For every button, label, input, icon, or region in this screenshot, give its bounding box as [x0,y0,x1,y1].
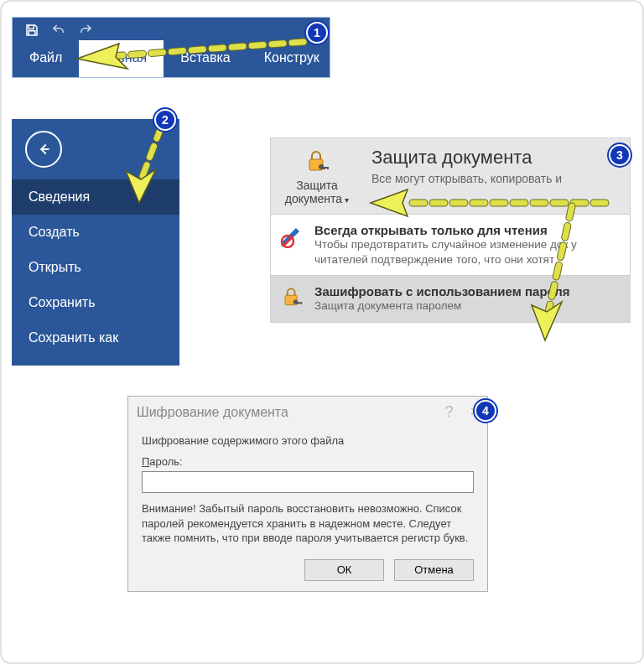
backstage-item-open[interactable]: Открыть [12,250,179,285]
backstage-item-save[interactable]: Сохранить [12,285,179,320]
backstage-item-new[interactable]: Создать [12,215,179,250]
protect-subtitle: Все могут открывать, копировать и [371,172,623,185]
lock-key-icon [303,147,331,175]
ok-button[interactable]: ОК [304,559,384,581]
step-badge-3: 3 [609,144,631,166]
password-input[interactable] [142,471,474,493]
dialog-title: Шифрование документа [137,405,288,420]
protect-document-button[interactable]: Защитадокумента▾ [271,138,363,214]
dialog-titlebar: Шифрование документа ? × [128,397,487,428]
back-button[interactable] [25,131,62,168]
backstage-item-saveas[interactable]: Сохранить как [12,320,179,355]
dialog-warning: Внимание! Забытый пароль восстановить не… [142,501,474,546]
step-badge-1: 1 [306,22,328,44]
dropdown-chevron-icon: ▾ [345,195,349,205]
protect-button-label-1: Защита [296,179,338,192]
lock-key-icon [278,284,306,314]
help-icon[interactable]: ? [444,403,453,421]
password-label: Пароль: [142,455,474,468]
save-icon[interactable] [24,23,39,40]
svg-marker-8 [371,189,408,216]
protect-title: Защита документа [371,147,623,169]
dialog-heading: Шифрование содержимого этого файла [142,434,474,447]
step-badge-4: 4 [475,400,496,422]
pen-forbid-icon [278,223,306,267]
cancel-button[interactable]: Отмена [394,559,474,581]
protect-button-label-2: документа [285,192,342,205]
encrypt-dialog: Шифрование документа ? × Шифрование соде… [127,396,488,592]
step-badge-2: 2 [154,109,176,131]
